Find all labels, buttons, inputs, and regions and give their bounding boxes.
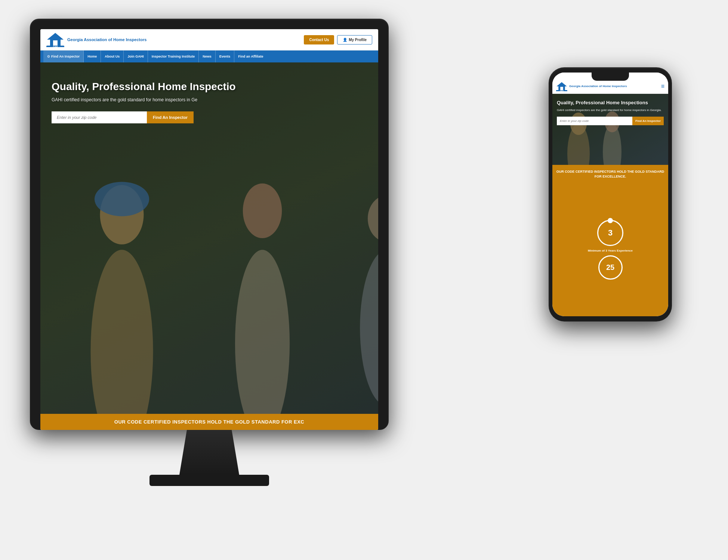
stat-3-years-number: 3 <box>608 228 613 238</box>
phone-logo-text: Georgia Association of Home Inspectors <box>569 84 627 88</box>
phone-orange-banner: OUR CODE CERTIFIED INSPECTORS HOLD THE G… <box>552 165 668 183</box>
phone-search-bar: Find An Inspector <box>557 117 664 125</box>
phone-banner-text: OUR CODE CERTIFIED INSPECTORS HOLD THE G… <box>556 169 664 179</box>
monitor-bezel: GAHI GAHI Georgia Association of Home In… <box>30 19 389 430</box>
hamburger-menu-button[interactable]: ≡ <box>661 83 664 90</box>
stat-3-years-circle: 3 <box>597 220 623 246</box>
phone-hero-title: Quality, Professional Home Inspections <box>557 100 664 106</box>
monitor-stand <box>172 430 247 475</box>
phone-screen: GAHI Georgia Association of Home Inspect… <box>552 73 668 316</box>
phone-stats-section: 3 Minimum of 3 Years Experience 25 <box>552 183 668 316</box>
stat-25-number: 25 <box>606 263 614 272</box>
hero-content: Quality, Professional Home Inspectio GAH… <box>40 62 378 135</box>
nav-affiliate[interactable]: Find an Affiliate <box>234 50 267 62</box>
phone-notch <box>592 73 629 81</box>
nav-news[interactable]: News <box>199 50 216 62</box>
contact-us-button[interactable]: Contact Us <box>304 35 334 44</box>
site-header: GAHI GAHI Georgia Association of Home In… <box>40 29 378 50</box>
phone-zip-input[interactable] <box>557 117 632 125</box>
user-icon: 👤 <box>343 38 347 42</box>
logo-icon: GAHI GAHI <box>46 32 64 47</box>
nav-about[interactable]: About Us <box>101 50 124 62</box>
mobile-phone: GAHI Georgia Association of Home Inspect… <box>549 67 672 321</box>
find-inspector-button[interactable]: Find An Inspector <box>147 111 194 123</box>
phone-hero: Quality, Professional Home Inspections G… <box>552 94 668 165</box>
phone-bezel: GAHI Georgia Association of Home Inspect… <box>549 67 672 321</box>
nav-find-inspector[interactable]: ⊙ Find An Inspector <box>43 50 84 62</box>
phone-logo-icon: GAHI <box>556 81 567 91</box>
zip-code-input[interactable] <box>52 111 147 123</box>
nav-training[interactable]: Inspector Training Institute <box>148 50 199 62</box>
desktop-monitor: GAHI GAHI Georgia Association of Home In… <box>30 19 389 523</box>
site-nav: ⊙ Find An Inspector Home About Us Join G… <box>40 50 378 62</box>
nav-events[interactable]: Events <box>216 50 235 62</box>
desktop-website: GAHI GAHI Georgia Association of Home In… <box>40 29 378 430</box>
phone-website: GAHI Georgia Association of Home Inspect… <box>552 73 668 316</box>
phone-hero-subtitle: GAHI certified inspectors are the gold s… <box>557 108 664 112</box>
timer-icon <box>608 218 613 223</box>
monitor-base <box>149 475 269 486</box>
logo-area: GAHI GAHI Georgia Association of Home In… <box>46 32 146 47</box>
orange-banner: OUR CODE CERTIFIED INSPECTORS HOLD THE G… <box>40 414 378 430</box>
svg-text:GAHI: GAHI <box>560 90 563 91</box>
my-profile-button[interactable]: 👤 My Profile <box>337 35 372 44</box>
phone-logo-area: GAHI Georgia Association of Home Inspect… <box>556 81 627 91</box>
monitor-screen: GAHI GAHI Georgia Association of Home In… <box>40 29 378 430</box>
banner-text: OUR CODE CERTIFIED INSPECTORS HOLD THE G… <box>48 419 371 425</box>
search-icon: ⊙ <box>47 55 50 58</box>
stat-3-years-label: Minimum of 3 Years Experience <box>588 249 633 252</box>
hero-title: Quality, Professional Home Inspectio <box>52 81 367 93</box>
search-bar: Find An Inspector <box>52 111 194 123</box>
nav-home[interactable]: Home <box>84 50 101 62</box>
nav-join[interactable]: Join GAHI <box>124 50 148 62</box>
logo-text: Georgia Association of Home Inspectors <box>67 37 146 42</box>
svg-text:GAHI: GAHI <box>53 46 58 47</box>
phone-find-button[interactable]: Find An Inspector <box>632 117 664 125</box>
scene: GAHI GAHI Georgia Association of Home In… <box>0 0 728 560</box>
stat-25-circle: 25 <box>598 255 623 280</box>
phone-hero-content: Quality, Professional Home Inspections G… <box>552 94 668 129</box>
header-buttons: Contact Us 👤 My Profile <box>304 35 372 44</box>
hero-subtitle: GAHI certified inspectors are the gold s… <box>52 97 367 102</box>
hero-section: Quality, Professional Home Inspectio GAH… <box>40 62 378 414</box>
